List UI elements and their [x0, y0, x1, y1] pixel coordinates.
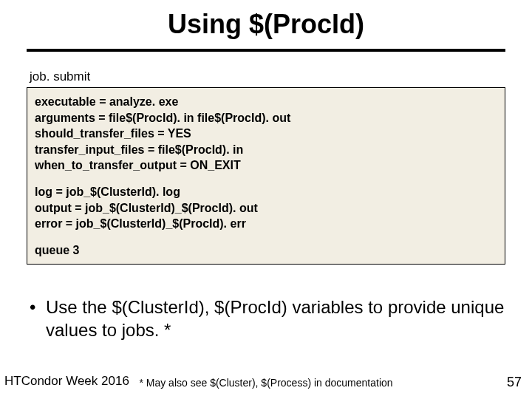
code-line: queue 3 — [35, 242, 497, 259]
code-line: error = job_$(ClusterId)_$(ProcId). err — [35, 216, 497, 232]
bullet-item: Use the $(ClusterId), $(ProcId) variable… — [27, 296, 505, 341]
footnote: * May also see $(Cluster), $(Process) in… — [0, 377, 532, 389]
page-title: Using $(ProcId) — [0, 9, 532, 40]
code-line: when_to_transfer_output = ON_EXIT — [35, 157, 497, 174]
blank-line — [35, 174, 497, 184]
code-line: arguments = file$(ProcId). in file$(Proc… — [35, 110, 497, 126]
filename-label: job. submit — [30, 69, 90, 84]
code-line: executable = analyze. exe — [35, 94, 497, 110]
slide: Using $(ProcId) job. submit executable =… — [0, 0, 532, 399]
code-line: transfer_input_files = file$(ProcId). in — [35, 142, 497, 158]
bullet-text: Use the — [46, 297, 112, 317]
blank-line — [35, 232, 497, 242]
bullet-list: Use the $(ClusterId), $(ProcId) variable… — [27, 296, 505, 341]
code-line: output = job_$(ClusterId)_$(ProcId). out — [35, 200, 497, 216]
submit-file-box: executable = analyze. exe arguments = fi… — [27, 87, 505, 265]
bullet-text: , — [205, 297, 214, 317]
var-clusterid: $(ClusterId) — [112, 297, 204, 317]
var-procid: $(ProcId) — [214, 297, 287, 317]
code-line: should_transfer_files = YES — [35, 126, 497, 142]
code-line: log = job_$(ClusterId). log — [35, 184, 497, 200]
page-number: 57 — [507, 375, 522, 390]
title-rule — [27, 49, 505, 52]
